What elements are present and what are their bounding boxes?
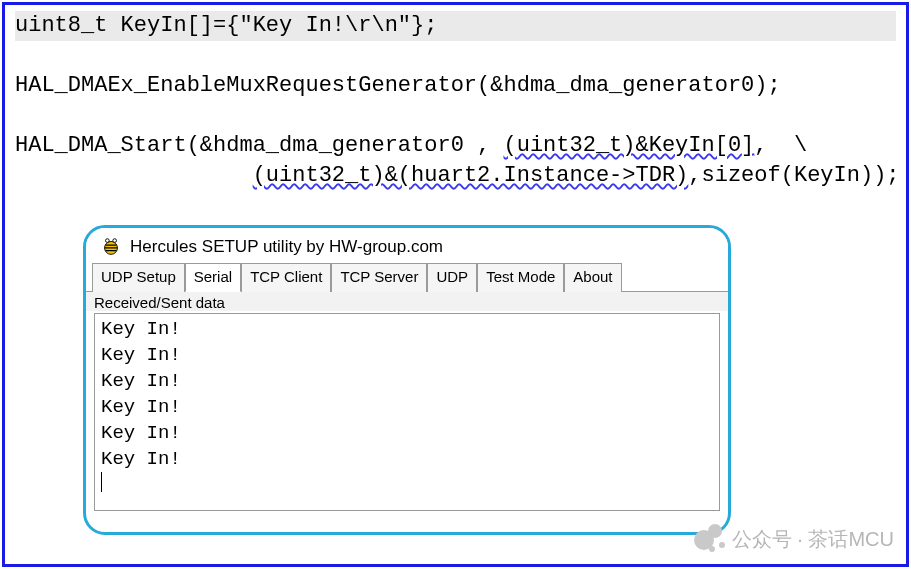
wechat-icon [694, 524, 724, 554]
tab-strip: UDP Setup Serial TCP Client TCP Server U… [86, 262, 728, 292]
terminal-line: Key In! [101, 396, 181, 418]
groupbox-label: Received/Sent data [86, 292, 728, 311]
tab-label: Serial [194, 268, 232, 285]
window-title: Hercules SETUP utility by HW-group.com [130, 237, 443, 257]
tab-udp[interactable]: UDP [427, 263, 477, 292]
tab-label: TCP Server [340, 268, 418, 285]
terminal-output[interactable]: Key In! Key In! Key In! Key In! Key In! … [94, 313, 720, 511]
code-editor: uint8_t KeyIn[]={"Key In!\r\n"}; HAL_DMA… [5, 5, 906, 191]
code-indent [15, 163, 253, 188]
terminal-line: Key In! [101, 318, 181, 340]
tab-tcp-server[interactable]: TCP Server [331, 263, 427, 292]
svg-point-1 [106, 239, 110, 243]
tab-label: Test Mode [486, 268, 555, 285]
tab-udp-setup[interactable]: UDP Setup [92, 263, 185, 292]
code-text: ,sizeof(KeyIn)); [688, 163, 899, 188]
code-text: , \ [754, 133, 807, 158]
terminal-line: Key In! [101, 370, 181, 392]
watermark: 公众号 · 茶话MCU [694, 524, 894, 554]
terminal-line: Key In! [101, 448, 181, 470]
window-titlebar: Hercules SETUP utility by HW-group.com [86, 228, 728, 262]
tab-label: UDP Setup [101, 268, 176, 285]
code-wavy: (uint32_t)&KeyIn[0] [503, 133, 754, 158]
code-text: uint8_t KeyIn[]={"Key In!\r\n"}; [15, 13, 437, 38]
tab-test-mode[interactable]: Test Mode [477, 263, 564, 292]
code-text: HAL_DMAEx_EnableMuxRequestGenerator(&hdm… [15, 73, 781, 98]
app-icon [100, 236, 122, 258]
svg-point-2 [113, 239, 117, 243]
screenshot-frame: uint8_t KeyIn[]={"Key In!\r\n"}; HAL_DMA… [2, 2, 909, 567]
code-line [15, 101, 896, 131]
tab-label: TCP Client [250, 268, 322, 285]
tab-tcp-client[interactable]: TCP Client [241, 263, 331, 292]
code-line: HAL_DMA_Start(&hdma_dma_generator0 , (ui… [15, 131, 896, 161]
code-text: HAL_DMA_Start(&hdma_dma_generator0 , [15, 133, 503, 158]
tab-serial[interactable]: Serial [185, 263, 241, 292]
code-line: (uint32_t)&(huart2.Instance->TDR),sizeof… [15, 161, 896, 191]
terminal-line: Key In! [101, 344, 181, 366]
tab-about[interactable]: About [564, 263, 621, 292]
code-line [15, 41, 896, 71]
terminal-line: Key In! [101, 422, 181, 444]
code-line: HAL_DMAEx_EnableMuxRequestGenerator(&hdm… [15, 71, 896, 101]
code-line: uint8_t KeyIn[]={"Key In!\r\n"}; [15, 11, 896, 41]
tab-label: UDP [436, 268, 468, 285]
code-wavy: (uint32_t)&(huart2.Instance->TDR) [253, 163, 689, 188]
hercules-window: Hercules SETUP utility by HW-group.com U… [83, 225, 731, 535]
watermark-text: 公众号 · 茶话MCU [732, 526, 894, 553]
text-caret [101, 472, 102, 492]
tab-label: About [573, 268, 612, 285]
